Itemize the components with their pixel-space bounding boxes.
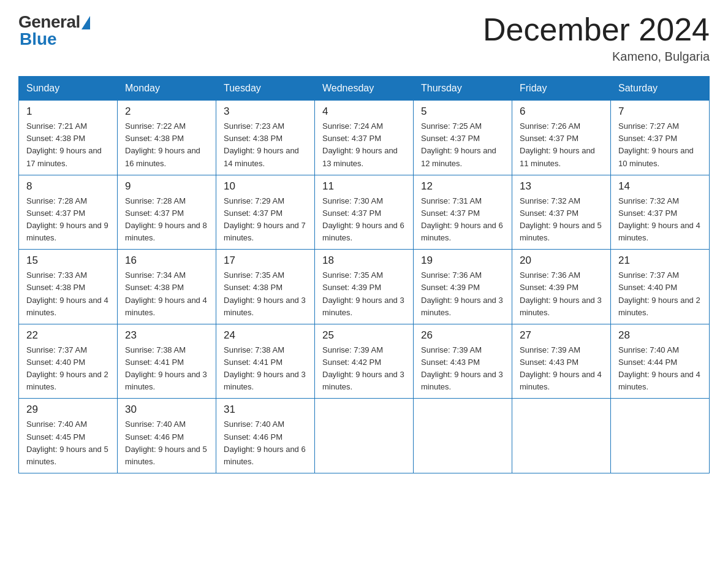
day-info: Sunrise: 7:35 AMSunset: 4:38 PMDaylight:… <box>224 269 307 319</box>
day-number: 28 <box>618 329 702 342</box>
day-number: 30 <box>125 404 208 416</box>
calendar-day-cell: 28 Sunrise: 7:40 AMSunset: 4:44 PMDaylig… <box>611 324 710 399</box>
day-number: 25 <box>322 329 406 342</box>
day-info: Sunrise: 7:24 AMSunset: 4:37 PMDaylight:… <box>322 120 406 170</box>
logo: General Blue <box>18 12 90 49</box>
calendar-day-cell: 25 Sunrise: 7:39 AMSunset: 4:42 PMDaylig… <box>315 324 414 399</box>
calendar-day-cell: 23 Sunrise: 7:38 AMSunset: 4:41 PMDaylig… <box>118 324 216 399</box>
calendar-header-wednesday: Wednesday <box>315 77 414 101</box>
calendar-day-cell: 9 Sunrise: 7:28 AMSunset: 4:37 PMDayligh… <box>118 175 216 250</box>
calendar-day-cell: 31 Sunrise: 7:40 AMSunset: 4:46 PMDaylig… <box>216 399 315 473</box>
calendar-week-row: 29 Sunrise: 7:40 AMSunset: 4:45 PMDaylig… <box>19 399 710 473</box>
day-number: 20 <box>520 255 603 267</box>
day-info: Sunrise: 7:39 AMSunset: 4:43 PMDaylight:… <box>421 344 504 394</box>
day-number: 23 <box>125 329 208 342</box>
calendar-day-cell: 7 Sunrise: 7:27 AMSunset: 4:37 PMDayligh… <box>611 101 710 175</box>
day-info: Sunrise: 7:28 AMSunset: 4:37 PMDaylight:… <box>125 195 208 245</box>
calendar-day-cell: 16 Sunrise: 7:34 AMSunset: 4:38 PMDaylig… <box>118 250 216 324</box>
calendar-day-cell: 17 Sunrise: 7:35 AMSunset: 4:38 PMDaylig… <box>216 250 315 324</box>
day-info: Sunrise: 7:23 AMSunset: 4:38 PMDaylight:… <box>224 120 307 170</box>
calendar-day-cell: 18 Sunrise: 7:35 AMSunset: 4:39 PMDaylig… <box>315 250 414 324</box>
day-number: 14 <box>618 180 702 193</box>
day-info: Sunrise: 7:31 AMSunset: 4:37 PMDaylight:… <box>421 195 504 245</box>
calendar-day-cell <box>414 399 512 473</box>
calendar-day-cell <box>512 399 611 473</box>
logo-blue-text: Blue <box>20 29 57 49</box>
calendar-day-cell <box>611 399 710 473</box>
day-number: 3 <box>224 105 307 118</box>
day-number: 10 <box>224 180 307 193</box>
calendar-day-cell: 4 Sunrise: 7:24 AMSunset: 4:37 PMDayligh… <box>315 101 414 175</box>
day-number: 12 <box>421 180 504 193</box>
day-info: Sunrise: 7:40 AMSunset: 4:46 PMDaylight:… <box>125 418 208 468</box>
day-number: 31 <box>224 404 307 416</box>
day-number: 27 <box>520 329 603 342</box>
calendar-day-cell <box>315 399 414 473</box>
calendar-table: SundayMondayTuesdayWednesdayThursdayFrid… <box>18 76 710 473</box>
calendar-header-thursday: Thursday <box>414 77 512 101</box>
day-info: Sunrise: 7:38 AMSunset: 4:41 PMDaylight:… <box>125 344 208 394</box>
day-number: 9 <box>125 180 208 193</box>
page-header: General Blue December 2024 Kameno, Bulga… <box>18 12 710 64</box>
calendar-week-row: 1 Sunrise: 7:21 AMSunset: 4:38 PMDayligh… <box>19 101 710 175</box>
calendar-week-row: 22 Sunrise: 7:37 AMSunset: 4:40 PMDaylig… <box>19 324 710 399</box>
day-info: Sunrise: 7:30 AMSunset: 4:37 PMDaylight:… <box>322 195 406 245</box>
day-info: Sunrise: 7:40 AMSunset: 4:44 PMDaylight:… <box>618 344 702 394</box>
day-number: 29 <box>26 404 110 416</box>
day-number: 2 <box>125 105 208 118</box>
calendar-day-cell: 21 Sunrise: 7:37 AMSunset: 4:40 PMDaylig… <box>611 250 710 324</box>
month-title: December 2024 <box>483 12 710 47</box>
calendar-day-cell: 13 Sunrise: 7:32 AMSunset: 4:37 PMDaylig… <box>512 175 611 250</box>
calendar-day-cell: 1 Sunrise: 7:21 AMSunset: 4:38 PMDayligh… <box>19 101 118 175</box>
calendar-week-row: 15 Sunrise: 7:33 AMSunset: 4:38 PMDaylig… <box>19 250 710 324</box>
calendar-day-cell: 8 Sunrise: 7:28 AMSunset: 4:37 PMDayligh… <box>19 175 118 250</box>
day-info: Sunrise: 7:39 AMSunset: 4:43 PMDaylight:… <box>520 344 603 394</box>
day-info: Sunrise: 7:27 AMSunset: 4:37 PMDaylight:… <box>618 120 702 170</box>
day-info: Sunrise: 7:25 AMSunset: 4:37 PMDaylight:… <box>421 120 504 170</box>
calendar-day-cell: 27 Sunrise: 7:39 AMSunset: 4:43 PMDaylig… <box>512 324 611 399</box>
day-info: Sunrise: 7:40 AMSunset: 4:46 PMDaylight:… <box>224 418 307 468</box>
calendar-header-sunday: Sunday <box>19 77 118 101</box>
day-info: Sunrise: 7:40 AMSunset: 4:45 PMDaylight:… <box>26 418 110 468</box>
day-info: Sunrise: 7:37 AMSunset: 4:40 PMDaylight:… <box>26 344 110 394</box>
day-number: 1 <box>26 105 110 118</box>
calendar-day-cell: 2 Sunrise: 7:22 AMSunset: 4:38 PMDayligh… <box>118 101 216 175</box>
calendar-header-friday: Friday <box>512 77 611 101</box>
calendar-day-cell: 30 Sunrise: 7:40 AMSunset: 4:46 PMDaylig… <box>118 399 216 473</box>
calendar-header-tuesday: Tuesday <box>216 77 315 101</box>
day-info: Sunrise: 7:38 AMSunset: 4:41 PMDaylight:… <box>224 344 307 394</box>
day-number: 11 <box>322 180 406 193</box>
day-info: Sunrise: 7:35 AMSunset: 4:39 PMDaylight:… <box>322 269 406 319</box>
day-number: 5 <box>421 105 504 118</box>
calendar-day-cell: 26 Sunrise: 7:39 AMSunset: 4:43 PMDaylig… <box>414 324 512 399</box>
day-info: Sunrise: 7:33 AMSunset: 4:38 PMDaylight:… <box>26 269 110 319</box>
calendar-day-cell: 22 Sunrise: 7:37 AMSunset: 4:40 PMDaylig… <box>19 324 118 399</box>
calendar-header-monday: Monday <box>118 77 216 101</box>
calendar-day-cell: 19 Sunrise: 7:36 AMSunset: 4:39 PMDaylig… <box>414 250 512 324</box>
calendar-week-row: 8 Sunrise: 7:28 AMSunset: 4:37 PMDayligh… <box>19 175 710 250</box>
day-info: Sunrise: 7:21 AMSunset: 4:38 PMDaylight:… <box>26 120 110 170</box>
location-label: Kameno, Bulgaria <box>483 50 710 64</box>
day-info: Sunrise: 7:36 AMSunset: 4:39 PMDaylight:… <box>421 269 504 319</box>
day-info: Sunrise: 7:39 AMSunset: 4:42 PMDaylight:… <box>322 344 406 394</box>
calendar-day-cell: 5 Sunrise: 7:25 AMSunset: 4:37 PMDayligh… <box>414 101 512 175</box>
day-number: 21 <box>618 255 702 267</box>
calendar-day-cell: 14 Sunrise: 7:32 AMSunset: 4:37 PMDaylig… <box>611 175 710 250</box>
day-number: 24 <box>224 329 307 342</box>
calendar-header-row: SundayMondayTuesdayWednesdayThursdayFrid… <box>19 77 710 101</box>
day-info: Sunrise: 7:28 AMSunset: 4:37 PMDaylight:… <box>26 195 110 245</box>
calendar-day-cell: 20 Sunrise: 7:36 AMSunset: 4:39 PMDaylig… <box>512 250 611 324</box>
day-number: 7 <box>618 105 702 118</box>
day-number: 18 <box>322 255 406 267</box>
day-number: 8 <box>26 180 110 193</box>
day-number: 17 <box>224 255 307 267</box>
day-info: Sunrise: 7:37 AMSunset: 4:40 PMDaylight:… <box>618 269 702 319</box>
day-number: 4 <box>322 105 406 118</box>
day-number: 15 <box>26 255 110 267</box>
day-number: 19 <box>421 255 504 267</box>
title-area: December 2024 Kameno, Bulgaria <box>483 12 710 64</box>
day-number: 6 <box>520 105 603 118</box>
calendar-day-cell: 3 Sunrise: 7:23 AMSunset: 4:38 PMDayligh… <box>216 101 315 175</box>
day-info: Sunrise: 7:34 AMSunset: 4:38 PMDaylight:… <box>125 269 208 319</box>
day-info: Sunrise: 7:32 AMSunset: 4:37 PMDaylight:… <box>618 195 702 245</box>
